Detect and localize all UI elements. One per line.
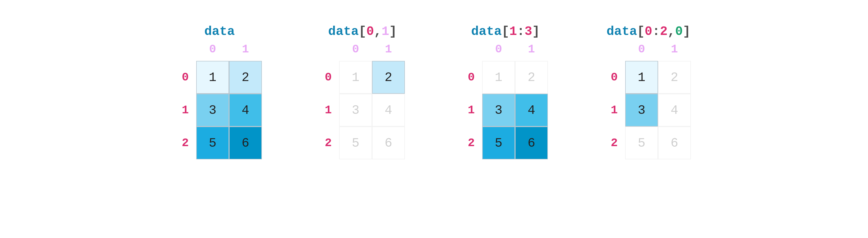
column-index-label: 1 [515, 43, 548, 56]
title-token: 1 [381, 24, 389, 39]
array-block: 01012123456 [606, 43, 691, 159]
column-index-label: 0 [196, 43, 229, 56]
array-cell-unselected: 1 [482, 61, 515, 94]
array-grid: 123456 [482, 61, 548, 159]
column-headers: 01 [625, 43, 691, 56]
title-token: 0 [675, 24, 683, 39]
row-headers: 012 [463, 61, 478, 159]
title-token: [ [359, 24, 367, 39]
title-token: ] [532, 24, 540, 39]
array-cell-selected: 6 [515, 126, 548, 159]
row-headers: 012 [606, 61, 621, 159]
array-block: 01012123456 [320, 43, 405, 159]
row-index-label: 2 [606, 126, 621, 159]
column-index-label: 0 [625, 43, 658, 56]
array-cell-selected: 4 [515, 94, 548, 126]
array-cell-selected: 5 [482, 126, 515, 159]
array-cell-unselected: 5 [339, 126, 372, 159]
array-cell-unselected: 5 [625, 126, 658, 159]
title-token: data [204, 24, 235, 39]
indexing-panel-1: data[0,1]01012123456 [320, 24, 405, 159]
title-token: 0 [645, 24, 652, 39]
array-grid: 123456 [196, 61, 262, 159]
row-headers: 012 [320, 61, 335, 159]
array-cell-selected: 1 [196, 61, 229, 94]
row-index-label: 0 [320, 61, 335, 94]
title-token: 3 [525, 24, 532, 39]
array-block: 01012123456 [177, 43, 262, 159]
array-cell-selected: 4 [229, 94, 262, 126]
row-index-label: 2 [463, 126, 478, 159]
array-cell-unselected: 2 [515, 61, 548, 94]
column-headers: 01 [339, 43, 405, 56]
array-cell-unselected: 2 [658, 61, 691, 94]
array-cell-unselected: 4 [372, 94, 405, 126]
indexing-panel-3: data[0:2,0]01012123456 [606, 24, 691, 159]
row-index-label: 0 [177, 61, 192, 94]
title-token: ] [683, 24, 690, 39]
title-token: 2 [660, 24, 668, 39]
column-index-label: 0 [482, 43, 515, 56]
row-index-label: 1 [606, 94, 621, 126]
array-cell-unselected: 6 [372, 126, 405, 159]
array-cell-unselected: 3 [339, 94, 372, 126]
title-token: [ [502, 24, 509, 39]
panel-title: data[1:3] [471, 24, 540, 39]
array-cell-unselected: 1 [339, 61, 372, 94]
indexing-panel-2: data[1:3]01012123456 [463, 24, 548, 159]
panel-title: data[0:2,0] [607, 24, 690, 39]
row-index-label: 2 [320, 126, 335, 159]
panel-title: data [204, 24, 235, 39]
title-token: : [517, 24, 525, 39]
column-index-label: 1 [229, 43, 262, 56]
title-token: ] [389, 24, 397, 39]
array-cell-selected: 5 [196, 126, 229, 159]
column-index-label: 1 [372, 43, 405, 56]
array-cell-selected: 3 [625, 94, 658, 126]
array-grid: 123456 [625, 61, 691, 159]
array-cell-selected: 3 [482, 94, 515, 126]
array-cell-selected: 2 [229, 61, 262, 94]
row-headers: 012 [177, 61, 192, 159]
array-block: 01012123456 [463, 43, 548, 159]
array-cell-unselected: 4 [658, 94, 691, 126]
title-token: 1 [509, 24, 517, 39]
array-grid: 123456 [339, 61, 405, 159]
title-token: [ [637, 24, 645, 39]
title-token: : [652, 24, 660, 39]
array-cell-selected: 1 [625, 61, 658, 94]
panel-title: data[0,1] [328, 24, 397, 39]
row-index-label: 0 [463, 61, 478, 94]
array-cell-selected: 2 [372, 61, 405, 94]
title-token: , [668, 24, 675, 39]
column-index-label: 0 [339, 43, 372, 56]
indexing-panel-0: data01012123456 [177, 24, 262, 159]
array-cell-unselected: 6 [658, 126, 691, 159]
row-index-label: 0 [606, 61, 621, 94]
title-token: data [607, 24, 637, 39]
column-headers: 01 [482, 43, 548, 56]
title-token: , [374, 24, 381, 39]
array-cell-selected: 3 [196, 94, 229, 126]
column-index-label: 1 [658, 43, 691, 56]
row-index-label: 1 [463, 94, 478, 126]
row-index-label: 2 [177, 126, 192, 159]
array-cell-selected: 6 [229, 126, 262, 159]
row-index-label: 1 [177, 94, 192, 126]
column-headers: 01 [196, 43, 262, 56]
title-token: 0 [366, 24, 374, 39]
row-index-label: 1 [320, 94, 335, 126]
title-token: data [328, 24, 359, 39]
title-token: data [471, 24, 501, 39]
